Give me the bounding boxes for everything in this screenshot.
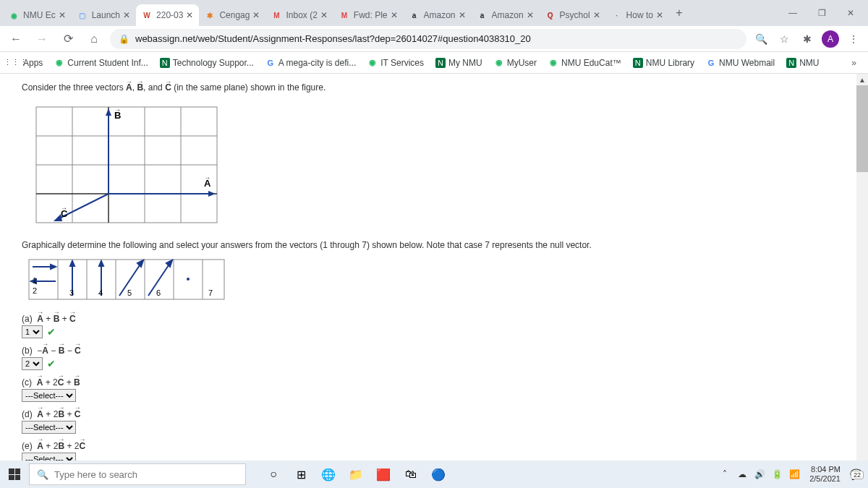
- bookmark-favicon: G: [265, 58, 276, 68]
- scroll-up-arrow[interactable]: ▲: [856, 74, 868, 85]
- bookmark-item[interactable]: GNMU Webmail: [702, 55, 779, 71]
- wifi-icon[interactable]: 📶: [788, 468, 801, 481]
- bookmarks-overflow[interactable]: »: [846, 58, 862, 68]
- svg-text:6: 6: [156, 288, 161, 297]
- svg-text:→: →: [114, 106, 121, 114]
- bookmark-favicon: N: [160, 58, 170, 68]
- new-tab-button[interactable]: +: [669, 3, 689, 23]
- bookmark-label: Apps: [23, 58, 43, 68]
- start-button[interactable]: [0, 461, 29, 488]
- chrome-icon[interactable]: 🔵: [425, 461, 451, 488]
- bookmark-label: IT Services: [380, 58, 424, 68]
- tab-close-icon[interactable]: ✕: [656, 10, 663, 20]
- edge-icon[interactable]: 🌐: [315, 461, 341, 488]
- svg-text:→: →: [61, 205, 67, 212]
- answer-select[interactable]: 2: [22, 357, 43, 370]
- browser-tab[interactable]: MFwd: Ple✕: [333, 4, 404, 26]
- bookmark-item[interactable]: NTechnology Suppor...: [156, 55, 258, 71]
- bookmark-favicon: ◉: [367, 58, 378, 68]
- tab-close-icon[interactable]: ✕: [59, 10, 66, 20]
- windows-taskbar: 🔍 Type here to search ○ ⊞ 🌐 📁 🟥 🛍 🔵 ˄ ☁ …: [0, 461, 868, 488]
- svg-marker-11: [106, 108, 111, 116]
- bookmark-favicon: ◉: [548, 58, 558, 68]
- tab-close-icon[interactable]: ✕: [527, 10, 534, 20]
- forward-button[interactable]: →: [32, 29, 52, 49]
- menu-button[interactable]: ⋮: [845, 30, 862, 48]
- back-button[interactable]: ←: [6, 29, 26, 49]
- file-explorer-icon[interactable]: 📁: [343, 461, 369, 488]
- browser-tab[interactable]: aAmazon✕: [472, 4, 540, 26]
- bookmark-item[interactable]: ◉IT Services: [363, 55, 428, 71]
- taskbar-clock[interactable]: 8:04 PM 2/5/2021: [805, 465, 845, 484]
- tab-close-icon[interactable]: ✕: [252, 10, 260, 20]
- bookmark-label: My NMU: [448, 58, 482, 68]
- browser-tab[interactable]: aAmazon✕: [404, 4, 472, 26]
- browser-tab[interactable]: QPsychol✕: [540, 4, 606, 26]
- store-icon[interactable]: 🛍: [398, 461, 424, 488]
- tab-close-icon[interactable]: ✕: [391, 10, 398, 20]
- cortana-icon[interactable]: ○: [260, 461, 286, 488]
- question-label: (b) −A→ − B→ − C→: [22, 346, 846, 356]
- tab-close-icon[interactable]: ✕: [593, 10, 600, 20]
- bookmark-favicon: N: [786, 58, 796, 68]
- volume-icon[interactable]: 🔊: [753, 468, 766, 481]
- tab-close-icon[interactable]: ✕: [186, 10, 193, 20]
- bookmark-item[interactable]: ◉NMU EduCat™: [544, 55, 626, 71]
- tab-label: Amazon: [424, 10, 456, 20]
- bookmark-item[interactable]: ◉MyUser: [490, 55, 541, 71]
- bookmark-item[interactable]: GA mega-city is defi...: [261, 55, 360, 71]
- browser-tab[interactable]: ✱Cengag✕: [199, 4, 265, 26]
- extensions-icon[interactable]: ✱: [799, 30, 816, 48]
- answer-select[interactable]: ---Select---: [22, 389, 76, 402]
- action-center-icon[interactable]: 💬22: [849, 468, 862, 481]
- zoom-icon[interactable]: 🔍: [752, 30, 770, 48]
- battery-icon[interactable]: 🔋: [770, 468, 783, 481]
- bookmarks-bar: ⋮⋮⋮Apps◉Current Student Inf...NTechnolog…: [0, 52, 868, 74]
- browser-tab[interactable]: MInbox (2✕: [265, 4, 333, 26]
- svg-marker-30: [51, 265, 56, 269]
- bookmark-item[interactable]: NNMU: [782, 55, 823, 71]
- bookmark-label: A mega-city is defi...: [278, 58, 356, 68]
- question-row: (d) A→ + 2B→ + C→---Select---: [22, 409, 846, 434]
- app-icon-1[interactable]: 🟥: [370, 461, 396, 488]
- answer-select[interactable]: ---Select---: [22, 453, 76, 461]
- svg-text:1: 1: [33, 276, 37, 285]
- bookmark-item[interactable]: NMy NMU: [431, 55, 487, 71]
- close-window-button[interactable]: ✕: [836, 0, 865, 26]
- bookmark-label: Current Student Inf...: [67, 58, 148, 68]
- question-row: (b) −A→ − B→ − C→2✔: [22, 346, 846, 370]
- tab-close-icon[interactable]: ✕: [123, 10, 130, 20]
- browser-tab[interactable]: W220-03✕: [136, 4, 199, 26]
- tab-favicon: ▢: [77, 10, 88, 20]
- minimize-button[interactable]: —: [778, 0, 807, 26]
- reload-button[interactable]: ⟳: [58, 29, 78, 49]
- vertical-scrollbar[interactable]: ▲: [856, 74, 868, 461]
- question-label: (e) A→ + 2B→ + 2C→: [22, 441, 846, 451]
- home-button[interactable]: ⌂: [84, 29, 104, 49]
- answer-select[interactable]: 1: [22, 325, 43, 338]
- task-view-icon[interactable]: ⊞: [288, 461, 314, 488]
- url-input[interactable]: 🔒 webassign.net/web/Student/Assignment-R…: [110, 29, 746, 49]
- tab-favicon: ·: [612, 10, 622, 20]
- bookmark-favicon: ⋮⋮⋮: [10, 58, 20, 68]
- tab-close-icon[interactable]: ✕: [459, 10, 466, 20]
- bookmark-item[interactable]: ◉Current Student Inf...: [50, 55, 152, 71]
- answer-select[interactable]: ---Select---: [22, 421, 76, 434]
- browser-tab[interactable]: ·How to✕: [606, 4, 669, 26]
- bookmark-item[interactable]: ⋮⋮⋮Apps: [6, 55, 47, 71]
- tab-favicon: Q: [545, 10, 556, 20]
- maximize-button[interactable]: ❐: [807, 0, 836, 26]
- bookmark-star-icon[interactable]: ☆: [775, 30, 793, 48]
- bookmark-label: NMU Library: [646, 58, 694, 68]
- tab-favicon: ✱: [205, 10, 215, 20]
- tab-close-icon[interactable]: ✕: [320, 10, 328, 20]
- profile-avatar[interactable]: A: [822, 30, 839, 48]
- bookmark-item[interactable]: NNMU Library: [629, 55, 699, 71]
- taskbar-search-input[interactable]: 🔍 Type here to search: [29, 463, 246, 485]
- tab-label: Inbox (2: [286, 10, 317, 20]
- browser-tab[interactable]: ◉NMU Ec✕: [3, 4, 72, 26]
- tray-chevron-icon[interactable]: ˄: [718, 468, 731, 481]
- browser-tab[interactable]: ▢Launch✕: [72, 4, 136, 26]
- scroll-thumb[interactable]: [856, 85, 868, 172]
- onedrive-icon[interactable]: ☁: [736, 468, 749, 481]
